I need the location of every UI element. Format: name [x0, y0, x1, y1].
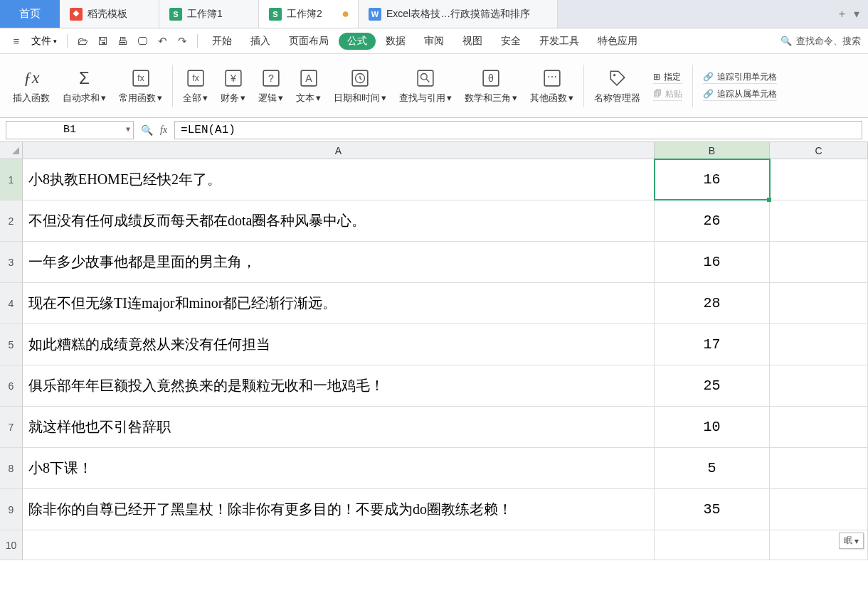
- cell[interactable]: 小8执教EHOME已经快2年了。: [23, 159, 655, 200]
- svg-text:fx: fx: [137, 73, 144, 83]
- cell[interactable]: [770, 407, 868, 447]
- tab-workbook2[interactable]: S 工作簿2 ●: [259, 0, 359, 28]
- row-header[interactable]: 5: [0, 324, 23, 365]
- row-header[interactable]: 8: [0, 448, 23, 488]
- all-functions-button[interactable]: fx 全部 ▾: [177, 54, 213, 117]
- trace-precedents-button[interactable]: 🔗 追踪引用单元格: [703, 71, 777, 84]
- zoom-icon[interactable]: 🔍: [141, 124, 153, 136]
- hamburger-icon[interactable]: ≡: [7, 35, 26, 47]
- chevron-down-icon[interactable]: ▼: [126, 126, 130, 134]
- cell[interactable]: 除非你的自尊已经开了黑皇杖！除非你有更多目的！不要成为do圈教练老赖！: [23, 489, 655, 530]
- cell[interactable]: [770, 159, 868, 200]
- cell[interactable]: 16: [655, 242, 770, 282]
- document-tabs-bar: 首页 ❖ 稻壳模板 S 工作簿1 S 工作簿2 ● W Excel表格技…行政摸…: [0, 0, 868, 28]
- cell[interactable]: 就这样他也不引咎辞职: [23, 407, 655, 447]
- name-manager-button[interactable]: 名称管理器: [588, 54, 646, 117]
- new-tab-button[interactable]: +: [839, 8, 845, 21]
- row-header[interactable]: 3: [0, 242, 23, 282]
- cell[interactable]: [23, 530, 655, 560]
- theta-icon: θ: [482, 68, 500, 89]
- name-box[interactable]: B1 ▼: [6, 121, 134, 139]
- menu-page-layout[interactable]: 页面布局: [280, 35, 337, 48]
- cell[interactable]: 5: [655, 448, 770, 488]
- print-icon[interactable]: 🖶: [113, 35, 132, 47]
- menu-security[interactable]: 安全: [492, 35, 529, 48]
- cell[interactable]: 10: [655, 407, 770, 447]
- lookup-button[interactable]: 查找与引用 ▾: [393, 54, 457, 117]
- logic-button[interactable]: ? 逻辑 ▾: [253, 54, 289, 117]
- column-header-a[interactable]: A: [23, 142, 655, 159]
- cell[interactable]: 25: [655, 365, 770, 406]
- formula-input[interactable]: =LEN(A1): [174, 121, 862, 139]
- tab-templates[interactable]: ❖ 稻壳模板: [60, 0, 159, 28]
- preview-icon[interactable]: 🖵: [133, 35, 152, 47]
- cell[interactable]: 35: [655, 489, 770, 530]
- cell[interactable]: 俱乐部年年巨额投入竟然换来的是颗粒无收和一地鸡毛！: [23, 365, 655, 406]
- cell[interactable]: [770, 242, 868, 282]
- row-header[interactable]: 2: [0, 200, 23, 241]
- file-menu[interactable]: 文件▾: [27, 35, 61, 48]
- trace-dependents-button[interactable]: 🔗 追踪从属单元格: [703, 88, 777, 101]
- row-header[interactable]: 9: [0, 489, 23, 530]
- cell[interactable]: [770, 448, 868, 488]
- define-name-button[interactable]: ⊞ 指定: [653, 71, 682, 84]
- row-header[interactable]: 6: [0, 365, 23, 406]
- cell[interactable]: [770, 324, 868, 365]
- cell[interactable]: 17: [655, 324, 770, 365]
- writer-icon: W: [369, 8, 381, 21]
- cell[interactable]: 26: [655, 200, 770, 241]
- column-header-b[interactable]: B: [655, 142, 770, 159]
- menu-bar: ≡ 文件▾ 🗁 🖫 🖶 🖵 ↶ ↷ 开始 插入 页面布局 公式 数据 审阅 视图…: [0, 28, 868, 54]
- cell[interactable]: [770, 489, 868, 530]
- search-placeholder[interactable]: 查找命令、搜索: [796, 35, 861, 48]
- other-functions-button[interactable]: ⋯ 其他函数 ▾: [524, 54, 579, 117]
- redo-icon[interactable]: ↷: [173, 35, 191, 48]
- svg-text:⋯: ⋯: [547, 71, 557, 82]
- grid-fx-icon: fx: [186, 68, 205, 89]
- row-header[interactable]: 10: [0, 530, 23, 560]
- cell[interactable]: 一年多少故事他都是里面的男主角，: [23, 242, 655, 282]
- menu-view[interactable]: 视图: [454, 35, 491, 48]
- cell[interactable]: 不但没有任何成绩反而每天都在dota圈各种风暴中心。: [23, 200, 655, 241]
- cell[interactable]: 现在不但无缘TI连major和minor都已经渐行渐远。: [23, 283, 655, 323]
- autosum-button[interactable]: Σ 自动求和 ▾: [57, 54, 112, 117]
- math-button[interactable]: θ 数学和三角 ▾: [459, 54, 523, 117]
- datetime-button[interactable]: 日期和时间 ▾: [328, 54, 392, 117]
- paste-options-tag[interactable]: 眠 ▾: [839, 533, 864, 549]
- menu-insert[interactable]: 插入: [242, 35, 279, 48]
- row-header[interactable]: 7: [0, 407, 23, 447]
- menu-data[interactable]: 数据: [377, 35, 414, 48]
- search-icon[interactable]: 🔍: [780, 36, 792, 46]
- tab-home[interactable]: 首页: [0, 0, 60, 28]
- spreadsheet-icon: S: [269, 8, 282, 21]
- row-header[interactable]: 1: [0, 159, 23, 200]
- cell[interactable]: [655, 530, 770, 560]
- save-icon[interactable]: 🖫: [93, 35, 112, 47]
- select-all-corner[interactable]: [0, 142, 23, 159]
- menu-devtools[interactable]: 开发工具: [531, 35, 588, 48]
- column-header-c[interactable]: C: [770, 142, 868, 159]
- cell[interactable]: 如此糟糕的成绩竟然从来没有任何担当: [23, 324, 655, 365]
- cell[interactable]: [770, 200, 868, 241]
- cell[interactable]: [770, 365, 868, 406]
- text-button[interactable]: A 文本 ▾: [290, 54, 327, 117]
- insert-function-button[interactable]: ƒx 插入函数: [7, 54, 55, 117]
- row-header[interactable]: 4: [0, 283, 23, 323]
- paste-name-button[interactable]: 🗐 粘贴: [653, 88, 682, 101]
- finance-button[interactable]: ¥ 财务 ▾: [215, 54, 251, 117]
- menu-review[interactable]: 审阅: [416, 35, 452, 48]
- cell[interactable]: 16: [655, 159, 770, 200]
- tab-excel-tips[interactable]: W Excel表格技…行政摸筛选和排序: [359, 0, 558, 28]
- fx-icon[interactable]: fx: [160, 124, 167, 136]
- menu-special[interactable]: 特色应用: [589, 35, 646, 48]
- menu-start[interactable]: 开始: [203, 35, 240, 48]
- cell[interactable]: 28: [655, 283, 770, 323]
- menu-formulas[interactable]: 公式: [339, 33, 376, 50]
- common-functions-button[interactable]: fx 常用函数 ▾: [113, 54, 168, 117]
- undo-icon[interactable]: ↶: [153, 35, 171, 48]
- cell[interactable]: [770, 283, 868, 323]
- open-icon[interactable]: 🗁: [73, 35, 92, 47]
- tab-workbook1[interactable]: S 工作簿1: [159, 0, 259, 28]
- cell[interactable]: 小8下课！: [23, 448, 655, 488]
- tab-list-button[interactable]: ▾: [854, 7, 859, 21]
